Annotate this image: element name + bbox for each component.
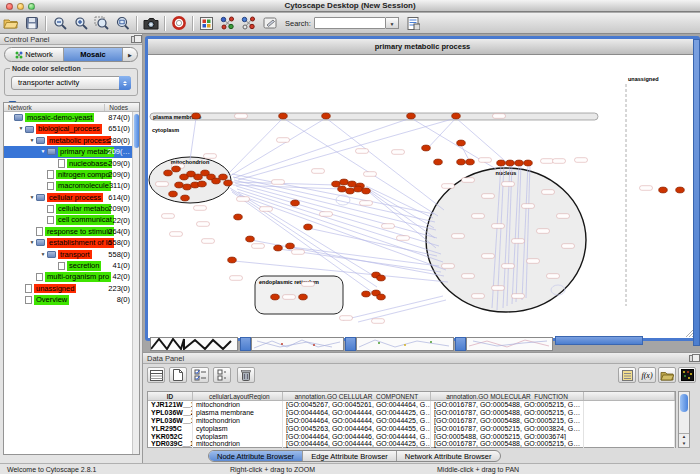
table-scrollbar[interactable]: ▲▼ <box>678 391 690 448</box>
tree-row[interactable]: mosaic-demo-yeast874(0) <box>4 112 132 123</box>
tree-scrollbar[interactable] <box>132 112 139 454</box>
tree-row[interactable]: cell communicat22(0) <box>4 215 132 226</box>
tree-row[interactable]: secretion41(0) <box>4 260 132 271</box>
float-panel-icon[interactable] <box>131 36 138 43</box>
background-window-fragment[interactable] <box>150 337 238 351</box>
table-row[interactable]: YPL036W__2plasma membrane[GO:0044464, GO… <box>148 409 675 417</box>
disclosure-triangle-icon[interactable]: ▼ <box>28 135 36 146</box>
network-node[interactable] <box>271 294 280 300</box>
scrollbar-arrows-icon[interactable]: ▲▼ <box>679 433 689 447</box>
network-node[interactable] <box>246 236 255 242</box>
network-edge[interactable] <box>239 195 446 270</box>
disclosure-triangle-icon[interactable]: ▼ <box>28 237 36 248</box>
search-input[interactable] <box>314 17 386 29</box>
network-node[interactable] <box>676 187 685 193</box>
tree-row[interactable]: ▼biological_process651(0) <box>4 123 132 134</box>
network-node[interactable] <box>322 113 331 119</box>
background-window-fragment[interactable] <box>251 337 344 351</box>
network-node[interactable] <box>524 160 533 166</box>
attribute-editor-icon[interactable] <box>147 367 165 383</box>
self-loop-edge[interactable] <box>336 195 350 205</box>
save-icon[interactable] <box>21 14 42 33</box>
network-edge[interactable] <box>228 118 283 174</box>
network-node[interactable] <box>452 113 461 119</box>
snapshot-camera-icon[interactable] <box>140 14 161 33</box>
tree-scrollbar-thumb[interactable] <box>134 114 139 148</box>
network-node[interactable] <box>515 160 524 166</box>
disclosure-triangle-icon[interactable]: ▼ <box>17 123 25 134</box>
tree-row[interactable]: ▼primary metabo209(… <box>4 146 132 157</box>
tree-row[interactable]: ▼cellular process614(0) <box>4 192 132 203</box>
network-node[interactable] <box>457 159 466 165</box>
network-node[interactable] <box>332 181 341 187</box>
network-edge[interactable] <box>190 118 196 160</box>
background-window-fragment[interactable] <box>356 337 454 351</box>
network-node[interactable] <box>362 291 371 297</box>
network-node[interactable] <box>362 188 371 194</box>
tree-row[interactable]: Overview8(0) <box>4 294 132 305</box>
network-edge[interactable] <box>230 118 326 176</box>
tab-edge-attribute-browser[interactable]: Edge Attribute Browser <box>303 451 397 461</box>
search-dropdown-icon[interactable]: ▼ <box>386 17 399 29</box>
network-node[interactable] <box>291 200 300 206</box>
table-row[interactable]: YDR039C__1mitochondrion[GO:0044464, GO:0… <box>148 440 675 448</box>
network-node[interactable] <box>497 160 506 166</box>
table-row[interactable]: YJR121W__1mitochondrion[GO:0045267, GO:0… <box>148 401 675 409</box>
tree-row[interactable]: ▼metabolic process280(0) <box>4 135 132 146</box>
network-node[interactable] <box>192 113 201 119</box>
network-node[interactable] <box>466 159 475 165</box>
background-window-fragment[interactable] <box>240 337 251 351</box>
disclosure-triangle-icon[interactable]: ▼ <box>39 249 47 260</box>
tree-row[interactable]: unassigned223(0) <box>4 283 132 294</box>
tab-overflow-arrow[interactable]: ▶ <box>123 48 137 61</box>
network-node[interactable] <box>659 187 668 193</box>
help-lifering-icon[interactable] <box>168 14 189 33</box>
network-node[interactable] <box>164 170 173 176</box>
tab-network-attribute-browser[interactable]: Network Attribute Browser <box>397 451 500 461</box>
network-node[interactable] <box>175 182 184 188</box>
zoom-in-icon[interactable] <box>70 14 91 33</box>
network-edge[interactable] <box>291 247 439 266</box>
col-go-molecular-function[interactable]: annotation.GO MOLECULAR_FUNCTION <box>431 392 584 400</box>
table-row[interactable]: YLR295Ccytoplasm[GO:0045263, GO:0044464,… <box>148 425 675 433</box>
network-node[interactable] <box>340 179 349 185</box>
vizmapper-icon[interactable] <box>196 14 217 33</box>
col-go-cellular-component[interactable]: annotation.GO CELLULAR_COMPONENT <box>283 392 431 400</box>
attribute-browser-icon[interactable] <box>403 14 424 33</box>
open-icon[interactable] <box>0 14 21 33</box>
network-node[interactable] <box>304 224 313 230</box>
table-row[interactable]: YKR052Ccytoplasm[GO:0044464, GO:0044446,… <box>148 433 675 441</box>
network-node[interactable] <box>348 181 357 187</box>
network-node[interactable] <box>299 294 308 300</box>
network-node[interactable] <box>279 113 288 119</box>
float-panel-icon[interactable] <box>689 355 696 362</box>
background-window-fragment[interactable] <box>693 39 700 346</box>
open-attribute-file-icon[interactable] <box>658 367 676 383</box>
tree-row[interactable]: ▼transport558(0) <box>4 249 132 260</box>
network-node[interactable] <box>457 140 466 146</box>
new-attribute-icon[interactable] <box>169 367 187 383</box>
annotation-icon[interactable] <box>259 14 280 33</box>
background-window-fragment[interactable] <box>345 337 356 351</box>
table-row[interactable]: YPL036W__1mitochondrion[GO:0044464, GO:0… <box>148 417 675 425</box>
background-window-fragment[interactable] <box>466 337 553 351</box>
disclosure-triangle-icon[interactable]: ▼ <box>28 192 36 203</box>
heatmap-icon[interactable] <box>678 367 696 383</box>
table-scrollbar-thumb[interactable] <box>680 394 688 412</box>
network-canvas[interactable]: plasma membranecytoplasmmitochondrionnuc… <box>148 56 697 338</box>
network-node[interactable] <box>407 113 416 119</box>
tree-row[interactable]: nitrogen compo209(0) <box>4 169 132 180</box>
network-node[interactable] <box>377 275 386 281</box>
network-node[interactable] <box>172 166 181 172</box>
tab-node-attribute-browser[interactable]: Node Attribute Browser <box>209 451 303 461</box>
select-attributes-icon[interactable] <box>191 367 209 383</box>
background-window-fragment[interactable] <box>555 336 643 345</box>
network-window-titlebar[interactable]: primary metabolic process <box>148 39 697 55</box>
tree-row[interactable]: macromolecule311(0) <box>4 180 132 191</box>
tree-row[interactable]: nucleobase-209(0) <box>4 158 132 169</box>
zoom-out-icon[interactable] <box>49 14 70 33</box>
unselect-attributes-icon[interactable] <box>213 367 231 383</box>
col-id[interactable]: ID <box>148 392 193 400</box>
network-node[interactable] <box>434 159 443 165</box>
network-node[interactable] <box>338 186 347 192</box>
